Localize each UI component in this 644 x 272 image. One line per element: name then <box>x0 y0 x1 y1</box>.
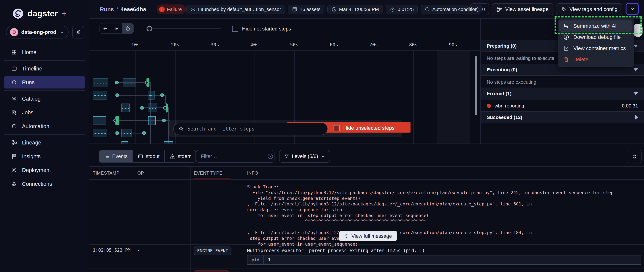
nav-divider <box>4 60 85 61</box>
step-panel-row[interactable]: wbr_reporting0:00:31 <box>481 100 644 112</box>
row-divider <box>89 180 644 180</box>
chevron-down-icon <box>60 30 64 35</box>
deployment-avatar: D <box>10 28 18 36</box>
log-info: Multiprocess executor: parent process ex… <box>247 248 425 253</box>
stack-trace-line: File "/usr/local/lib/python3.12/site-pac… <box>247 190 640 196</box>
log-filter-box <box>196 150 274 163</box>
sidebar-item-home[interactable]: Home <box>4 46 85 58</box>
step-bar-planned[interactable] <box>148 104 157 112</box>
deployment-selector[interactable]: D data-eng-prod <box>6 26 68 38</box>
notifications-button[interactable]: 0 <box>471 3 489 15</box>
up-down-chevrons-icon <box>344 234 349 239</box>
failure-icon: ! <box>159 6 165 12</box>
flat-list-icon <box>103 26 108 31</box>
section-label: Succeeded (12) <box>487 115 522 120</box>
hide-unselected-checkbox[interactable] <box>334 125 340 131</box>
sidebar-item-deployment[interactable]: Deployment <box>4 164 85 176</box>
levels-filter-button[interactable]: Levels (5/6) <box>279 150 330 163</box>
run-tags: Launched by default_aut…tion_sensor16 as… <box>186 5 482 14</box>
step-search-input[interactable] <box>187 126 322 132</box>
metadata-key: pid <box>248 256 264 264</box>
sidebar-item-connections[interactable]: Connections <box>4 178 85 190</box>
tab-stderr[interactable]: stderr <box>165 150 196 162</box>
tag-icon <box>561 6 567 12</box>
chevron-down-icon <box>630 6 635 12</box>
nav-divider <box>4 134 85 135</box>
log-timestamp: 1:02:05.523 PM <box>93 248 130 253</box>
step-bar-planned[interactable] <box>93 116 106 125</box>
run-tag: Launched by default_aut…tion_sensor <box>186 5 285 14</box>
sidebar-item-lineage[interactable]: Lineage <box>4 136 85 149</box>
step-bar-planned[interactable] <box>121 104 130 112</box>
deployment-name: data-eng-prod <box>21 29 57 35</box>
tab-events[interactable]: Events <box>99 150 133 162</box>
gantt-panel: Hide not started steps 10s20s30s40s50s60… <box>89 19 481 143</box>
sidebar-item-label: Home <box>22 49 36 55</box>
section-header-succeeded[interactable]: Succeeded (12) <box>481 111 644 123</box>
stderr-warning-icon <box>170 153 175 159</box>
step-bar-planned[interactable] <box>92 129 107 137</box>
collapse-sidebar-button[interactable] <box>72 26 84 38</box>
metrics-icon <box>563 45 569 51</box>
sidebar-item-automation[interactable]: Automation <box>4 120 85 132</box>
planned-bar-dash <box>149 121 154 122</box>
green-dashed-annotation <box>554 16 642 34</box>
flat-view-button[interactable] <box>100 23 111 33</box>
up-down-chevrons-icon <box>632 154 638 159</box>
section-chevron-down-icon <box>634 45 638 47</box>
header-button-tags-config[interactable]: View tags and config <box>556 3 622 15</box>
clear-filter-icon[interactable] <box>267 153 274 159</box>
breadcrumb: Runs / 4eae6dba <box>100 0 146 19</box>
gantt-zoom-slider[interactable] <box>146 28 221 29</box>
sidebar-item-catalog[interactable]: Catalog <box>4 93 85 105</box>
dependency-dot <box>145 81 148 84</box>
sidebar-item-label: Insights <box>22 153 40 159</box>
run-actions-button[interactable] <box>626 3 639 15</box>
hide-not-started-checkbox[interactable] <box>232 26 238 32</box>
menu-item-delete[interactable]: Delete <box>559 54 632 65</box>
sidebar-item-jobs[interactable]: Jobs <box>4 106 85 119</box>
gantt-scrollbar[interactable] <box>475 56 477 115</box>
menu-item-view-container-metrics[interactable]: View container metrics <box>559 43 632 54</box>
step-bar-planned[interactable] <box>93 78 108 87</box>
step-bar-planned[interactable] <box>164 141 173 143</box>
notifications-count: 0 <box>482 6 485 12</box>
waterfall-view-button[interactable] <box>111 23 122 33</box>
breadcrumb-runs-link[interactable]: Runs <box>100 6 114 12</box>
dagster-logo: dagster + <box>12 7 66 20</box>
header-button-asset-lineage[interactable]: View asset lineage <box>492 3 554 15</box>
planned-bar-dash <box>149 95 153 96</box>
time-tick: 30s <box>210 42 219 47</box>
step-bar-planned[interactable] <box>122 129 132 137</box>
insights-icon <box>11 153 17 159</box>
sidebar-item-timeline[interactable]: Timeline <box>4 62 85 75</box>
step-bar-planned[interactable] <box>123 78 136 87</box>
sidebar-item-runs[interactable]: Runs <box>4 76 85 89</box>
runs-icon <box>11 79 17 85</box>
dependency-line <box>117 95 166 96</box>
gantt-zoom-knob[interactable] <box>147 26 152 31</box>
step-bar-planned[interactable] <box>93 91 107 100</box>
step-bar-planned[interactable] <box>148 116 156 125</box>
step-bar-planned[interactable] <box>148 91 154 100</box>
stack-trace-line <box>247 224 640 230</box>
gantt-highlight-band <box>437 51 470 143</box>
catalog-icon <box>11 96 17 102</box>
button-label: View asset lineage <box>505 6 548 12</box>
step-search-box[interactable] <box>173 123 328 135</box>
connections-icon <box>11 181 17 187</box>
step-bar-planned[interactable] <box>122 141 128 143</box>
tab-stdout[interactable]: stdout <box>133 150 165 162</box>
view-full-message-button[interactable]: View full message <box>339 231 397 241</box>
chevron-down-icon <box>321 154 325 159</box>
timed-view-button[interactable] <box>122 23 133 33</box>
section-header-errored[interactable]: Errored (1) <box>481 88 644 100</box>
dependency-dot <box>115 81 119 84</box>
log-filter-input[interactable] <box>200 153 267 159</box>
menu-item-label: Delete <box>574 56 588 62</box>
sidebar-item-insights[interactable]: Insights <box>4 150 85 162</box>
jobs-icon <box>11 110 17 116</box>
hide-not-started-control: Hide not started steps <box>232 26 291 32</box>
bell-icon <box>475 6 480 12</box>
expand-log-panel-button[interactable] <box>628 150 642 163</box>
